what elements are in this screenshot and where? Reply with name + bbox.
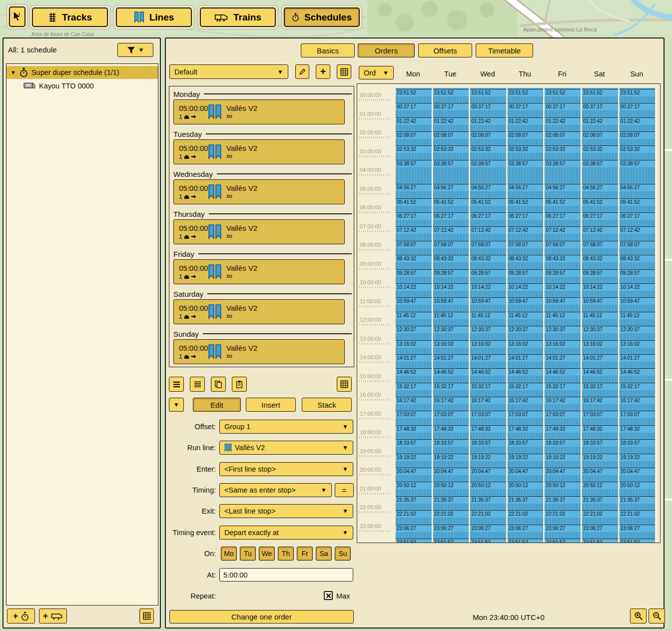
dow-toggle-sa[interactable]: Sa [316,547,332,561]
tt-departure-cell: 23:51:52 [396,89,432,103]
zoom-out-button[interactable] [649,609,665,624]
tt-departure-cell: 04:56:27 [396,184,432,198]
departure-ticks [582,125,618,131]
tt-departure-cell: 10:59:47 [545,297,581,311]
schedules-button[interactable]: Schedules [284,7,360,27]
change-one-order-button[interactable]: Change one order [169,610,354,624]
hour-label: 22:00:00 [360,504,381,510]
dense-list-view-button[interactable] [190,377,205,392]
order-card[interactable]: 05:00:00 1 Vallès V2 ∞ [173,259,345,284]
expander-icon[interactable]: ▼ [10,70,16,75]
departure-ticks [545,234,581,240]
tt-departure-cell: 09:28:57 [582,269,618,283]
add-schedule-button[interactable]: + [7,609,35,624]
edit-tab-insert[interactable]: Insert [246,398,296,412]
offset-dropdown[interactable]: Group 1 ▼ [219,420,353,434]
departure-time: 07:12:42 [620,227,656,233]
tab-orders[interactable]: Orders [358,43,415,57]
tt-day-column[interactable]: 23:51:5200:37:1701:22:4202:08:0702:53:32… [470,88,506,543]
tt-departure-cell: 00:37:17 [582,103,618,117]
tt-day-column[interactable]: 23:51:5200:37:1701:22:4202:08:0702:53:32… [433,88,469,543]
lines-button[interactable]: Lines [116,7,192,27]
dow-toggle-we[interactable]: We [259,547,275,561]
paste-orders-button[interactable] [232,377,247,392]
delete-schedule-button[interactable] [139,609,154,624]
tt-departure-cell: 06:27:17 [508,212,544,226]
tt-departure-cell: 06:27:17 [470,212,506,226]
tab-offsets[interactable]: Offsets [418,43,472,57]
repeat-max-checkbox[interactable] [324,591,333,600]
dow-toggle-tu[interactable]: Tu [240,547,256,561]
departure-time: 04:56:27 [470,184,506,191]
tab-timetable[interactable]: Timetable [476,43,533,57]
checkbox-x-icon [326,593,331,599]
at-time-input[interactable] [219,568,353,582]
delete-template-button[interactable] [337,64,351,79]
arrow-right-icon [191,354,196,359]
trains-icon [214,13,228,22]
order-card[interactable]: 05:00:00 1 Vallès V2 ∞ [173,299,345,324]
delete-order-button[interactable] [337,377,352,392]
tt-day-column[interactable]: 23:51:5200:37:1701:22:4202:08:0702:53:32… [545,88,581,543]
departure-ticks [508,348,544,354]
exit-dropdown[interactable]: <Last line stop> ▼ [219,504,353,518]
run-line-dropdown[interactable]: Vallès V2 ▼ [219,441,353,455]
tracks-button[interactable]: Tracks [32,7,108,27]
departure-time: 23:51:52 [620,539,656,543]
schedule-tree-item[interactable]: ▼ Super duper schedule (1/1) [6,66,158,79]
tt-departure-cell: 20:50:12 [470,482,506,496]
tt-departure-cell: 14:46:52 [620,368,656,382]
copy-orders-button[interactable] [211,377,226,392]
hour-ticks [359,136,391,138]
tt-day-column[interactable]: 23:51:5200:37:1701:22:4202:08:0702:53:32… [582,88,618,543]
train-tree-item[interactable]: Kayou TTO 0000 [6,79,158,92]
departure-ticks [545,532,581,538]
tt-departure-cell: 07:12:42 [470,226,506,240]
template-dropdown[interactable]: Default ▼ [169,64,288,79]
add-train-button[interactable]: + [39,609,67,624]
departure-time: 02:08:07 [508,132,544,138]
timing-event-dropdown[interactable]: Depart exactly at ▼ [219,526,353,540]
order-card[interactable]: 05:00:00 1 Vallès V2 ∞ [173,99,345,124]
tt-day-column[interactable]: 23:51:5200:37:1701:22:4202:08:0702:53:32… [508,88,544,543]
zoom-in-button[interactable] [630,609,647,624]
filter-dropdown-button[interactable]: ▼ [117,43,153,57]
order-card[interactable]: 05:00:00 1 Vallès V2 ∞ [173,339,345,364]
edit-tab-edit[interactable]: Edit [193,398,241,412]
enter-dropdown[interactable]: <First line stop> ▼ [219,462,353,476]
order-card[interactable]: 05:00:00 1 Vallès V2 ∞ [173,219,345,244]
order-card[interactable]: 05:00:00 1 Vallès V2 ∞ [173,139,345,164]
lines-icon [208,223,222,240]
departure-ticks [396,489,432,495]
departure-ticks [433,532,469,538]
departure-ticks [396,362,432,368]
order-card[interactable]: 05:00:00 1 Vallès V2 ∞ [173,179,345,204]
tab-basics[interactable]: Basics [301,43,355,57]
trains-button[interactable]: Trains [200,7,276,27]
departure-ticks [545,418,581,424]
tt-day-column[interactable]: 23:51:5200:37:1701:22:4202:08:0702:53:32… [396,88,432,543]
plus-icon: + [320,66,326,77]
inspect-cursor-button[interactable]: i [9,6,25,27]
departure-time: 11:45:12 [470,312,506,319]
edit-mode-dropdown-button[interactable]: ▼ [169,398,184,412]
rename-template-button[interactable] [295,64,309,79]
dow-toggle-fr[interactable]: Fr [297,547,313,561]
departure-time: 13:16:02 [470,341,506,347]
timing-dropdown[interactable]: <Same as enter stop> ▼ [219,483,332,497]
departure-ticks [545,305,581,311]
list-view-button[interactable] [169,377,184,392]
lines-icon [208,263,222,280]
add-template-button[interactable]: + [316,64,330,79]
dow-toggle-th[interactable]: Th [278,547,294,561]
tt-day-column[interactable]: 23:51:5200:37:1701:22:4202:08:0702:53:32… [620,88,656,543]
edit-tab-stack[interactable]: Stack [302,398,352,412]
equals-button[interactable]: = [335,483,354,497]
dow-toggle-su[interactable]: Su [335,547,351,561]
tt-departure-cell: 05:41:52 [620,198,656,212]
departure-ticks [545,262,581,268]
tt-departure-cell: 07:58:07 [433,241,469,255]
dow-toggle-mo[interactable]: Mo [221,547,237,561]
tt-day-header: Wed [470,68,506,79]
day-rule [198,253,352,254]
